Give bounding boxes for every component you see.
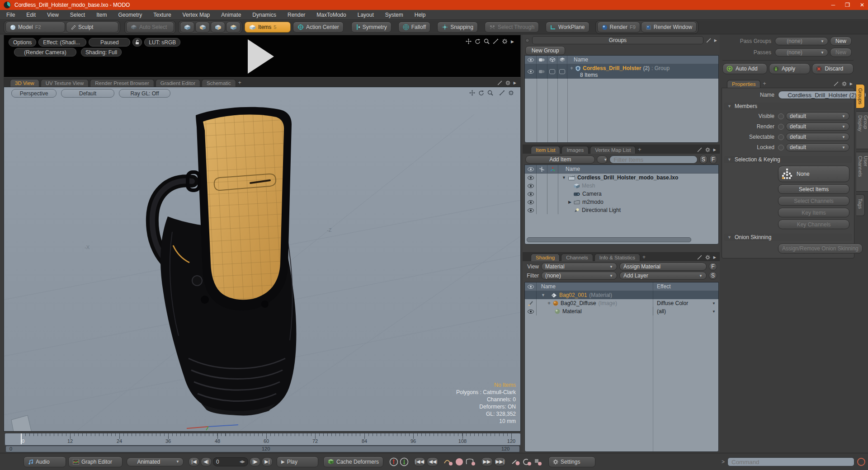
new-pass-button[interactable]: New	[830, 48, 852, 57]
menu-layout[interactable]: Layout	[358, 12, 374, 18]
gear-icon[interactable]	[505, 80, 510, 85]
previous-key-button[interactable]: |◀◀	[414, 457, 425, 466]
scrub-down-icon[interactable]	[400, 457, 409, 466]
frame-spinner-icon[interactable]: ◀▶	[240, 460, 245, 464]
settings-button[interactable]: Settings	[548, 456, 595, 467]
panel-menu-arrow-icon[interactable]: ▶	[850, 82, 853, 86]
pan-icon[interactable]	[466, 38, 472, 44]
eye-icon[interactable]	[528, 310, 534, 314]
channel-state-icon[interactable]	[778, 124, 784, 130]
menu-edit[interactable]: Edit	[26, 12, 36, 18]
auto-key-icon[interactable]	[511, 458, 521, 466]
menu-animate[interactable]: Animate	[221, 12, 241, 18]
add-tab-button[interactable]: +	[762, 80, 768, 88]
lock-toggle-checkbox[interactable]	[559, 69, 565, 74]
menu-maxtomodo[interactable]: MaxToModo	[316, 12, 346, 18]
rotate-icon[interactable]	[475, 38, 481, 44]
constraint-key-icon[interactable]	[533, 458, 542, 466]
next-frame-button[interactable]: |▶	[250, 457, 260, 466]
cube-filled-icon[interactable]	[560, 57, 565, 62]
tab-info-statistics[interactable]: Info & Statistics	[594, 254, 640, 261]
assign-onion-skinning-button[interactable]: Assign/Remove Onion Skinning	[778, 244, 863, 254]
visible-dropdown[interactable]: default ▼	[786, 112, 849, 120]
preview-play-overlay-icon[interactable]	[248, 39, 274, 74]
item-row-m2modo[interactable]: ▶ m2modo	[525, 198, 718, 206]
tab-images[interactable]: Images	[561, 146, 589, 154]
collapse-triangle-icon[interactable]: ▼	[541, 293, 545, 297]
filter-button[interactable]: F	[709, 263, 717, 271]
eye-icon[interactable]	[528, 192, 534, 196]
expand-icon[interactable]	[834, 81, 839, 86]
camera-toggle-icon[interactable]	[539, 70, 545, 74]
cycle-key-icon[interactable]	[522, 458, 532, 466]
axis-column-icon[interactable]	[550, 167, 555, 172]
render-button[interactable]: Render F9	[597, 22, 640, 33]
minimize-button[interactable]: ─	[831, 2, 835, 8]
panel-menu-arrow-icon[interactable]: ▶	[514, 81, 516, 85]
preview-shading-button[interactable]: Shading: Full	[81, 48, 122, 56]
key-channels-button[interactable]: Key Channels	[778, 220, 849, 229]
camera-column-icon[interactable]	[539, 58, 545, 62]
panel-menu-arrow-icon[interactable]: ▶	[714, 38, 717, 42]
workplane-button[interactable]: WorkPlane	[546, 22, 589, 33]
auto-add-button[interactable]: Auto Add	[722, 63, 767, 74]
menu-view[interactable]: View	[47, 12, 59, 18]
model-mode-button[interactable]: Model F2	[5, 22, 65, 33]
new-group-button[interactable]: New Group	[525, 46, 565, 55]
collapse-triangle-icon[interactable]: ▼	[562, 175, 566, 180]
chevron-down-icon[interactable]: ▼	[712, 310, 718, 314]
next-key2-button[interactable]: ▶▶|	[494, 457, 506, 466]
action-center-button[interactable]: Action Center	[293, 22, 344, 33]
expand-icon[interactable]	[697, 147, 702, 152]
pass-groups-dropdown[interactable]: (none) ▼	[775, 37, 828, 45]
panel-menu-arrow-icon[interactable]: ▶	[713, 255, 716, 259]
timeline-ruler[interactable]: 0 12 24 36 48 60 72 84 96 108 120	[5, 433, 521, 446]
preview-paused-button[interactable]: Paused	[89, 38, 130, 47]
scrub-up-icon[interactable]	[389, 457, 398, 466]
sculpt-mode-button[interactable]: Sculpt	[66, 22, 118, 33]
expand-icon[interactable]	[493, 38, 499, 44]
add-item-dropdown[interactable]: Add Item	[525, 155, 595, 164]
item-row-mesh[interactable]: Mesh	[525, 182, 718, 190]
menu-file[interactable]: File	[6, 12, 15, 18]
panel-menu-arrow-icon[interactable]: ▶	[511, 39, 514, 44]
viewport-raygl-button[interactable]: Ray GL: Off	[119, 89, 170, 98]
symmetry-button[interactable]: Symmetry	[351, 22, 392, 33]
cache-deformers-button[interactable]: Cache Deformers	[323, 456, 383, 467]
locked-dropdown[interactable]: default ▼	[786, 143, 849, 151]
gear-icon[interactable]	[508, 90, 514, 96]
shader-row-bag02-001[interactable]: ▼ Bag02_001 (Material)	[525, 291, 718, 299]
tab-channels[interactable]: Channels	[561, 254, 593, 261]
preview-options-button[interactable]: Options	[9, 38, 36, 47]
tab-uv-texture-view[interactable]: UV Texture View	[41, 79, 89, 87]
eye-icon[interactable]	[528, 176, 534, 180]
select-items-button[interactable]: Select Items	[778, 184, 849, 194]
menu-system[interactable]: System	[385, 12, 403, 18]
menu-item[interactable]: Item	[96, 12, 107, 18]
shader-row-material[interactable]: Material (all) ▼	[525, 307, 718, 315]
close-button[interactable]: ✕	[860, 2, 864, 8]
menu-dynamics[interactable]: Dynamics	[252, 12, 276, 18]
scope-button[interactable]: S	[699, 155, 707, 164]
previous-key2-button[interactable]: ◀◀	[427, 457, 439, 466]
eye-icon[interactable]	[528, 58, 534, 62]
render-dropdown[interactable]: default ▼	[786, 122, 849, 131]
cube-outline-icon[interactable]	[550, 57, 555, 62]
menu-texture[interactable]: Texture	[153, 12, 171, 18]
new-pass-group-button[interactable]: New	[830, 37, 852, 46]
filter-dropdown[interactable]: (none) ▼	[541, 272, 617, 280]
onion-skinning-section-header[interactable]: ▼ Onion Skinning	[724, 234, 852, 241]
zoom-icon[interactable]	[487, 90, 493, 96]
vertices-mode-button[interactable]	[180, 22, 194, 33]
menu-select[interactable]: Select	[70, 12, 85, 18]
expand-icon[interactable]	[706, 38, 711, 43]
group-row-cordless-drill-holster[interactable]: + Cordless_Drill_Holster (2) : Group 8 I…	[525, 64, 718, 79]
item-row-camera[interactable]: Camera	[525, 190, 718, 198]
expand-plus-icon[interactable]: +	[570, 65, 573, 72]
viewport-camera-button[interactable]: Perspective	[11, 89, 57, 98]
preview-lut-button[interactable]: LUT: sRGB	[144, 38, 180, 47]
pan-icon[interactable]	[469, 90, 475, 96]
item-row-scene[interactable]: ▼ Cordless_Drill_Holster_modo_base.lxo	[525, 174, 718, 182]
tab-shading[interactable]: Shading	[531, 254, 560, 261]
preview-lock-button[interactable]	[132, 38, 142, 47]
